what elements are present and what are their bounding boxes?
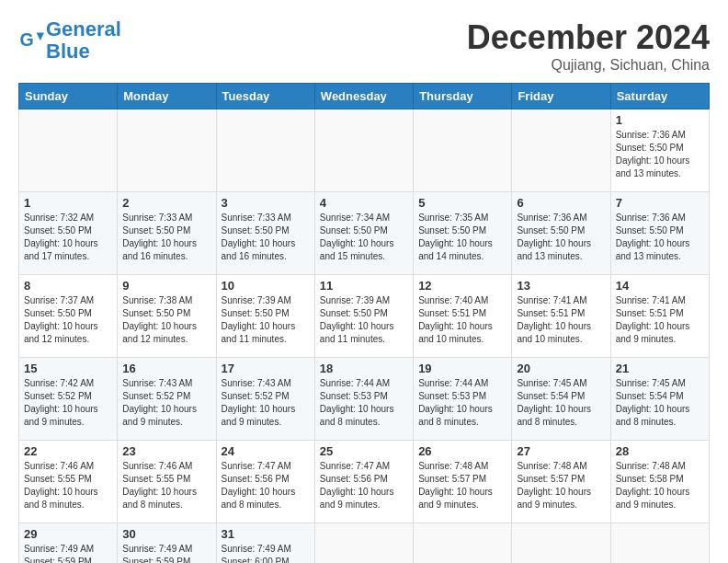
day-number: 26	[418, 444, 506, 458]
day-number: 19	[418, 362, 506, 375]
calendar-cell: 14 Sunrise: 7:41 AMSunset: 5:51 PMDaylig…	[610, 275, 709, 358]
svg-text:G: G	[19, 29, 33, 50]
calendar-cell: 10 Sunrise: 7:39 AMSunset: 5:50 PMDaylig…	[216, 275, 314, 358]
cell-content: Sunrise: 7:43 AMSunset: 5:52 PMDaylight:…	[222, 377, 310, 429]
cell-content: Sunrise: 7:46 AMSunset: 5:55 PMDaylight:…	[122, 460, 210, 511]
col-header-saturday: Saturday	[610, 84, 709, 109]
calendar-cell: 31 Sunrise: 7:49 AMSunset: 6:00 PMDaylig…	[216, 523, 314, 564]
cell-content: Sunrise: 7:35 AMSunset: 5:50 PMDaylight:…	[418, 212, 506, 263]
day-number: 6	[517, 196, 605, 210]
calendar-cell	[314, 109, 413, 192]
calendar-cell: 15 Sunrise: 7:42 AMSunset: 5:52 PMDaylig…	[19, 358, 118, 441]
day-number: 13	[517, 279, 605, 293]
day-number: 9	[122, 279, 210, 293]
logo-line2: Blue	[46, 40, 90, 63]
day-number: 5	[418, 196, 506, 210]
calendar-cell: 27 Sunrise: 7:48 AMSunset: 5:57 PMDaylig…	[512, 441, 610, 523]
cell-content: Sunrise: 7:48 AMSunset: 5:57 PMDaylight:…	[517, 460, 605, 511]
cell-content: Sunrise: 7:49 AMSunset: 5:59 PMDaylight:…	[24, 543, 112, 563]
calendar-cell: 1 Sunrise: 7:36 AMSunset: 5:50 PMDayligh…	[610, 109, 709, 192]
day-number: 16	[122, 362, 210, 375]
cell-content: Sunrise: 7:47 AMSunset: 5:56 PMDaylight:…	[320, 460, 408, 511]
calendar-cell: 21 Sunrise: 7:45 AMSunset: 5:54 PMDaylig…	[610, 358, 709, 441]
calendar-cell	[414, 109, 512, 192]
cell-content: Sunrise: 7:32 AMSunset: 5:50 PMDaylight:…	[24, 212, 112, 263]
cell-content: Sunrise: 7:36 AMSunset: 5:50 PMDaylight:…	[616, 212, 704, 263]
calendar-cell: 24 Sunrise: 7:47 AMSunset: 5:56 PMDaylig…	[216, 441, 314, 523]
calendar-cell: 16 Sunrise: 7:43 AMSunset: 5:52 PMDaylig…	[118, 358, 216, 441]
day-number: 24	[222, 444, 310, 458]
day-number: 1	[24, 196, 112, 210]
calendar-cell: 30 Sunrise: 7:49 AMSunset: 5:59 PMDaylig…	[118, 523, 216, 564]
day-number: 17	[222, 362, 310, 375]
cell-content: Sunrise: 7:36 AMSunset: 5:50 PMDaylight:…	[517, 212, 605, 263]
calendar-cell: 17 Sunrise: 7:43 AMSunset: 5:52 PMDaylig…	[216, 358, 314, 441]
calendar-cell: 29 Sunrise: 7:49 AMSunset: 5:59 PMDaylig…	[19, 523, 118, 564]
col-header-monday: Monday	[118, 84, 216, 109]
calendar-cell: 9 Sunrise: 7:38 AMSunset: 5:50 PMDayligh…	[118, 275, 216, 358]
day-number: 10	[222, 279, 310, 293]
day-number: 8	[24, 279, 112, 293]
cell-content: Sunrise: 7:39 AMSunset: 5:50 PMDaylight:…	[320, 294, 408, 346]
cell-content: Sunrise: 7:33 AMSunset: 5:50 PMDaylight:…	[122, 212, 210, 263]
cell-content: Sunrise: 7:36 AMSunset: 5:50 PMDaylight:…	[616, 129, 704, 180]
calendar-cell: 6 Sunrise: 7:36 AMSunset: 5:50 PMDayligh…	[512, 192, 610, 275]
calendar-cell	[216, 109, 314, 192]
calendar-cell	[512, 109, 610, 192]
day-number: 29	[24, 527, 112, 541]
calendar-cell: 7 Sunrise: 7:36 AMSunset: 5:50 PMDayligh…	[610, 192, 709, 275]
col-header-thursday: Thursday	[414, 84, 512, 109]
logo-line1: General	[46, 17, 121, 40]
day-number: 15	[24, 362, 112, 375]
calendar-cell: 28 Sunrise: 7:48 AMSunset: 5:58 PMDaylig…	[610, 441, 709, 523]
cell-content: Sunrise: 7:38 AMSunset: 5:50 PMDaylight:…	[122, 294, 210, 346]
calendar-cell: 22 Sunrise: 7:46 AMSunset: 5:55 PMDaylig…	[19, 441, 118, 523]
cell-content: Sunrise: 7:45 AMSunset: 5:54 PMDaylight:…	[517, 377, 605, 429]
day-number: 7	[616, 196, 704, 210]
calendar-cell: 8 Sunrise: 7:37 AMSunset: 5:50 PMDayligh…	[19, 275, 118, 358]
calendar-cell	[610, 523, 709, 564]
day-number: 27	[517, 444, 605, 458]
cell-content: Sunrise: 7:33 AMSunset: 5:50 PMDaylight:…	[222, 212, 310, 263]
calendar-cell	[414, 523, 512, 564]
calendar-cell: 3 Sunrise: 7:33 AMSunset: 5:50 PMDayligh…	[216, 192, 314, 275]
day-number: 23	[122, 444, 210, 458]
calendar-cell: 2 Sunrise: 7:33 AMSunset: 5:50 PMDayligh…	[118, 192, 216, 275]
calendar-cell: 13 Sunrise: 7:41 AMSunset: 5:51 PMDaylig…	[512, 275, 610, 358]
cell-content: Sunrise: 7:41 AMSunset: 5:51 PMDaylight:…	[616, 294, 704, 346]
calendar-cell: 25 Sunrise: 7:47 AMSunset: 5:56 PMDaylig…	[314, 441, 413, 523]
calendar-cell: 20 Sunrise: 7:45 AMSunset: 5:54 PMDaylig…	[512, 358, 610, 441]
cell-content: Sunrise: 7:44 AMSunset: 5:53 PMDaylight:…	[320, 377, 408, 429]
day-number: 18	[320, 362, 408, 375]
cell-content: Sunrise: 7:34 AMSunset: 5:50 PMDaylight:…	[320, 212, 408, 263]
location: Qujiang, Sichuan, China	[467, 57, 710, 74]
cell-content: Sunrise: 7:42 AMSunset: 5:52 PMDaylight:…	[24, 377, 112, 429]
day-number: 12	[418, 279, 506, 293]
calendar-cell: 11 Sunrise: 7:39 AMSunset: 5:50 PMDaylig…	[314, 275, 413, 358]
calendar-cell: 18 Sunrise: 7:44 AMSunset: 5:53 PMDaylig…	[314, 358, 413, 441]
calendar-table: SundayMondayTuesdayWednesdayThursdayFrid…	[18, 83, 710, 563]
col-header-friday: Friday	[512, 84, 610, 109]
day-number: 30	[122, 527, 210, 541]
day-number: 28	[616, 444, 704, 458]
day-number: 14	[616, 279, 704, 293]
cell-content: Sunrise: 7:49 AMSunset: 5:59 PMDaylight:…	[122, 543, 210, 563]
cell-content: Sunrise: 7:49 AMSunset: 6:00 PMDaylight:…	[222, 543, 310, 563]
cell-content: Sunrise: 7:40 AMSunset: 5:51 PMDaylight:…	[418, 294, 506, 346]
cell-content: Sunrise: 7:48 AMSunset: 5:58 PMDaylight:…	[616, 460, 704, 511]
calendar-cell	[314, 523, 413, 564]
calendar-cell: 26 Sunrise: 7:48 AMSunset: 5:57 PMDaylig…	[414, 441, 512, 523]
calendar-cell	[118, 109, 216, 192]
title-block: December 2024 Qujiang, Sichuan, China	[467, 18, 710, 74]
month-title: December 2024	[467, 18, 710, 57]
cell-content: Sunrise: 7:43 AMSunset: 5:52 PMDaylight:…	[122, 377, 210, 429]
cell-content: Sunrise: 7:37 AMSunset: 5:50 PMDaylight:…	[24, 294, 112, 346]
logo: G General Blue	[18, 18, 121, 63]
calendar-cell: 1 Sunrise: 7:32 AMSunset: 5:50 PMDayligh…	[19, 192, 118, 275]
day-number: 11	[320, 279, 408, 293]
cell-content: Sunrise: 7:39 AMSunset: 5:50 PMDaylight:…	[222, 294, 310, 346]
col-header-wednesday: Wednesday	[314, 84, 413, 109]
logo-icon: G	[18, 28, 44, 53]
calendar-cell: 12 Sunrise: 7:40 AMSunset: 5:51 PMDaylig…	[414, 275, 512, 358]
svg-marker-1	[37, 33, 44, 40]
